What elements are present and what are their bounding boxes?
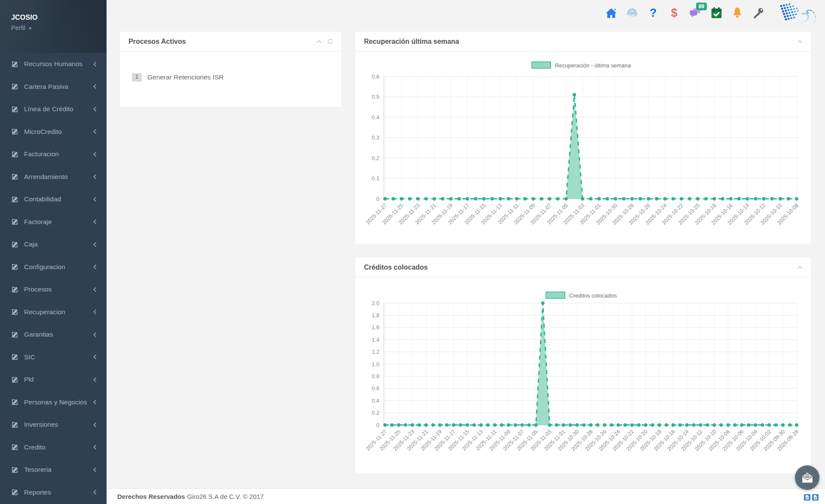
svg-text:0.1: 0.1 (372, 175, 379, 182)
support-headset-icon[interactable] (626, 6, 639, 20)
sidebar-item-sic[interactable]: SIC (0, 346, 107, 369)
proceso-activo-row[interactable]: 1 Generar Retenciones ISR (132, 73, 341, 82)
home-icon[interactable] (605, 6, 617, 20)
sidebar-item-linea-de-credito[interactable]: Línea de Crédito (0, 98, 107, 121)
sidebar-item-label: Factoraje (24, 218, 93, 226)
sidebar-item-label: Credito (24, 443, 93, 451)
sidebar-item-factoraje[interactable]: Factoraje (0, 211, 107, 234)
chevron-left-icon (93, 444, 97, 450)
chevron-left-icon (93, 376, 97, 383)
svg-text:2.0: 2.0 (372, 300, 379, 307)
chevron-left-icon (93, 173, 97, 180)
profile-dropdown[interactable]: Perfil (0, 21, 32, 31)
svg-text:0.8: 0.8 (372, 373, 379, 380)
chevron-left-icon (93, 331, 97, 338)
caret-down-icon (28, 27, 32, 30)
sidebar-item-label: Facturacion (24, 150, 93, 158)
edit-icon (11, 196, 18, 203)
svg-text:0.4: 0.4 (372, 398, 379, 404)
sidebar-item-facturacion[interactable]: Facturacion (0, 143, 107, 166)
sidebar-item-label: Procesos (24, 285, 93, 293)
sidebar-item-pld[interactable]: Pld (0, 368, 107, 391)
sidebar-item-tesoreria[interactable]: Tesoreria (0, 458, 107, 481)
procesos-activos-panel: Procesos Activos 1 Generar Retenciones I… (120, 32, 341, 107)
sidebar-item-label: Configuracion (24, 263, 93, 271)
sidebar-item-credito[interactable]: Credito (0, 436, 107, 459)
sidebar-item-microcredito[interactable]: MicroCredito (0, 121, 107, 143)
chevron-left-icon (93, 128, 97, 135)
edit-icon (11, 83, 18, 90)
key-icon[interactable] (752, 6, 765, 20)
svg-text:0.2: 0.2 (372, 410, 379, 416)
sidebar-menu: Recursos Humanos Cartera Pasiva (0, 53, 107, 504)
messages-icon[interactable]: 89 (689, 6, 702, 20)
chevron-left-icon (93, 61, 97, 67)
edit-icon (11, 308, 18, 316)
edit-icon (11, 106, 18, 113)
edit-icon (11, 421, 18, 428)
recuperacion-panel-title: Recuperación última semana (364, 38, 797, 46)
mail-fab-button[interactable] (795, 465, 819, 490)
topbar: ? $ 89 (605, 6, 765, 20)
footer-pdf-icons (804, 494, 819, 501)
collapse-chevron-up-icon[interactable] (797, 264, 803, 270)
svg-text:0.6: 0.6 (372, 73, 379, 80)
edit-icon (11, 218, 18, 225)
sidebar-item-label: Recursos Humanos (24, 60, 93, 68)
chevron-left-icon (93, 241, 97, 248)
chevron-left-icon (93, 219, 97, 225)
sidebar-item-label: Garantias (24, 331, 93, 338)
company-logo (778, 0, 822, 28)
pdf-file-icon[interactable] (804, 494, 810, 501)
refresh-icon[interactable] (327, 38, 333, 45)
sidebar-item-inversiones[interactable]: Inversiones (0, 413, 107, 436)
calendar-check-icon[interactable] (710, 6, 723, 20)
chevron-left-icon (93, 286, 97, 293)
svg-text:0: 0 (376, 422, 379, 428)
sidebar-item-label: Inversiones (24, 421, 93, 428)
collapse-chevron-up-icon[interactable] (316, 39, 322, 44)
edit-icon (11, 128, 18, 135)
help-icon[interactable]: ? (647, 6, 660, 20)
sidebar-item-personas-y-negocios[interactable]: Personas y Negocios (0, 391, 107, 414)
chevron-left-icon (93, 489, 97, 495)
svg-text:1.6: 1.6 (372, 324, 379, 331)
chevron-left-icon (93, 467, 97, 473)
sidebar-item-cartera-pasiva[interactable]: Cartera Pasiva (0, 76, 107, 98)
svg-text:0.2: 0.2 (372, 155, 379, 161)
billing-icon[interactable]: $ (668, 6, 681, 20)
sidebar-item-garantias[interactable]: Garantias (0, 323, 107, 346)
svg-text:1.2: 1.2 (372, 349, 379, 355)
collapse-chevron-up-icon[interactable] (797, 39, 803, 44)
pdf-file-icon[interactable] (812, 494, 819, 501)
edit-icon (11, 241, 18, 248)
svg-text:1.0: 1.0 (372, 361, 379, 367)
sidebar-item-recuperacion[interactable]: Recuperacion (0, 301, 107, 324)
sidebar-item-arrendamiento[interactable]: Arrendamiento (0, 166, 107, 188)
sidebar-item-label: Tesoreria (24, 466, 93, 474)
sidebar-item-caja[interactable]: Caja (0, 233, 107, 256)
chevron-left-icon (93, 309, 97, 315)
edit-icon (11, 353, 18, 361)
sidebar-item-contabilidad[interactable]: Contabilidad (0, 188, 107, 211)
chevron-left-icon (93, 399, 97, 405)
chevron-left-icon (93, 83, 97, 90)
sidebar-item-label: Línea de Crédito (24, 105, 93, 113)
sidebar-item-recursos-humanos[interactable]: Recursos Humanos (0, 53, 107, 76)
notifications-bell-icon[interactable] (731, 6, 744, 20)
sidebar-item-reportes[interactable]: Reportes (0, 481, 107, 504)
edit-icon (11, 173, 18, 180)
edit-icon (11, 263, 18, 270)
svg-text:0: 0 (376, 196, 379, 202)
sidebar-item-configuracion[interactable]: Configuracion (0, 256, 107, 279)
recuperacion-chart: 00.10.20.30.40.50.62025-11-272025-11-252… (355, 52, 811, 244)
edit-icon (11, 331, 18, 338)
sidebar-item-procesos[interactable]: Procesos (0, 278, 107, 301)
edit-icon (11, 466, 18, 474)
edit-icon (11, 61, 18, 68)
sidebar-item-label: Reportes (24, 489, 93, 496)
profile-username: JCOSIO (0, 0, 107, 21)
sidebar-item-label: Recuperacion (24, 308, 93, 316)
sidebar-profile: JCOSIO Perfil (0, 0, 107, 53)
edit-icon (11, 151, 18, 158)
